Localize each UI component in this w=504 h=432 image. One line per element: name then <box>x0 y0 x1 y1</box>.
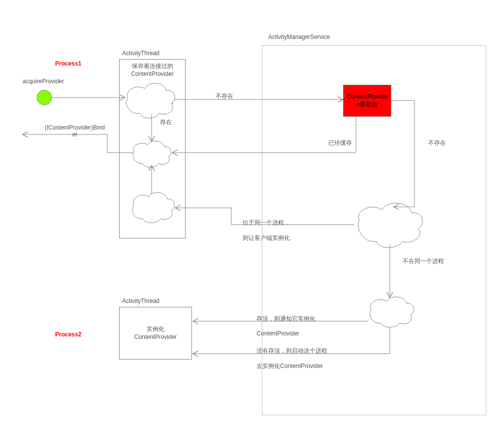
cache-pool-l2: r缓存池 <box>357 101 377 109</box>
activity-thread-2-title: ActivityThread <box>122 298 159 304</box>
cache-pool-l1: ContentProvide <box>347 93 388 101</box>
edge-not-same-proc: 不在同一个进程 <box>403 257 444 266</box>
edge-not-alive-l2: 去实例化ContentProvider <box>256 363 323 369</box>
cloud5-label: 进程是否存 活 <box>374 305 409 321</box>
at2-l1: 实例化 <box>147 326 164 333</box>
edge-same-proc-l1: 位于同一个进程， <box>243 219 290 226</box>
at2-l2: ContentProvider <box>134 333 177 341</box>
start-node <box>37 90 52 105</box>
cloud2-label: 缓存起来 <box>138 150 167 158</box>
activity-thread-2-box: 实例化 ContentProvider <box>119 307 192 360</box>
activity-thread-1-title: ActivityThread <box>122 50 159 57</box>
edge-exist: 存在 <box>160 118 172 127</box>
acquire-provider-label: acquireProvider <box>23 78 64 85</box>
cloud4-label: 请求的 ContentProvider是 否和客户端位于同一 个进程 <box>361 209 420 239</box>
cloud1-label: ContentProvide r是否已经实例化 （连接过） <box>129 90 175 113</box>
cloud3-label: 实例化 ContentPro vider <box>136 197 170 220</box>
cache-pool-box: ContentProvide r缓存池 <box>343 85 391 117</box>
edge-not-alive: 没有存活，则启动这个进程 去实例化ContentProvider <box>250 340 327 377</box>
edge-same-proc-l2: 则让客户端实例化 <box>243 234 290 241</box>
process1-label: Process1 <box>55 60 81 67</box>
edge-cached: 已经缓存 <box>328 139 352 147</box>
at1-desc-l1: 保存着连接过的 <box>132 63 173 69</box>
edge-alive: 存活，则通知它实例化 ContentProvider <box>250 308 315 344</box>
binder-return-label: (IContentProvider)Bind er <box>40 124 109 138</box>
edge-not-alive-l1: 没有存活，则启动这个进程 <box>256 347 327 354</box>
edge-not-exist-2: 不存在 <box>428 139 446 147</box>
edge-alive-l1: 存活，则通知它实例化 <box>256 315 315 322</box>
edge-alive-l2: ContentProvider <box>256 330 299 337</box>
edge-same-proc: 位于同一个进程， 则让客户端实例化 <box>236 212 290 249</box>
process2-label: Process2 <box>55 331 81 338</box>
at1-desc-l2: ContentProvider <box>131 70 174 77</box>
ams-title: ActivityManagerService <box>268 33 330 40</box>
edge-not-exist: 不存在 <box>216 92 233 100</box>
